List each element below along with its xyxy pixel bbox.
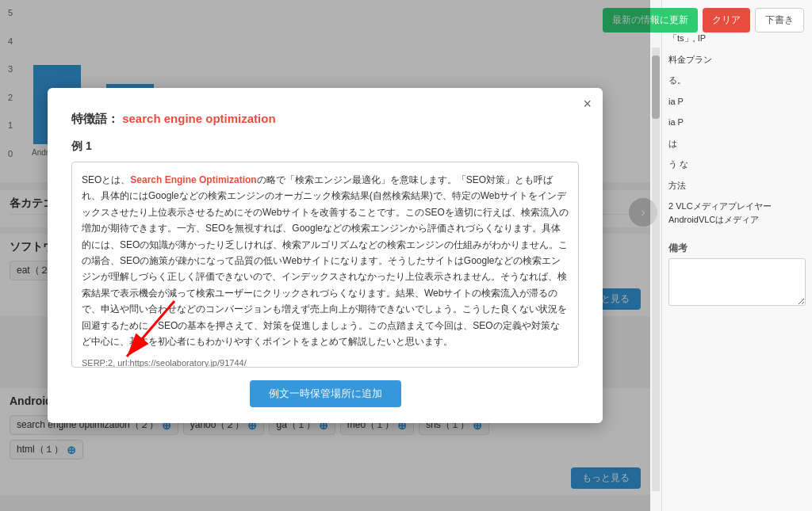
right-panel-text3: る。 xyxy=(668,74,806,87)
modal-text-box: SEOとは、Search Engine Optimizationの略で「検索エン… xyxy=(71,162,579,368)
modal-box: × 特徴語： search engine optimization 例 1 SE… xyxy=(48,88,603,423)
modal-close-button[interactable]: × xyxy=(583,96,592,112)
right-panel-text4: ia P xyxy=(668,95,806,109)
modal-text-after: の略で「検索エンジン最適化」を意味します。「SEO対策」とも呼ばれ、具体的にはG… xyxy=(82,174,569,347)
right-panel-text2: 料金プラン xyxy=(668,53,806,67)
right-panel: 「ts」, IP 料金プラン る。 ia P ia P は う な 方法 2 V… xyxy=(661,0,812,511)
scroll-thumb[interactable] xyxy=(652,55,660,119)
modal-keyword: search engine optimization xyxy=(122,112,275,125)
bikou-section: 備考 xyxy=(668,242,806,307)
modal-title-prefix: 特徴語： xyxy=(71,112,119,125)
right-panel-text8: 方法 xyxy=(668,179,806,193)
modal-url: SERP:2, url:https://seolaboratory.jp/917… xyxy=(82,356,569,368)
modal-example-title: 例 1 xyxy=(71,139,579,154)
clear-button[interactable]: クリア xyxy=(703,8,750,32)
bikou-label: 備考 xyxy=(668,242,806,255)
modal-highlight: Search Engine Optimization xyxy=(130,174,256,185)
right-panel-text6: は xyxy=(668,137,806,151)
right-panel-text7: う な xyxy=(668,158,806,171)
right-panel-text5: ia P xyxy=(668,116,806,129)
scrollbar[interactable] xyxy=(652,48,660,491)
bikou-input[interactable] xyxy=(668,258,806,306)
right-panel-text1: 「ts」, IP xyxy=(668,32,806,45)
right-panel-text9: 2 VLCメディアプレイヤー AndroidVLCはメディア xyxy=(668,200,806,226)
modal-title: 特徴語： search engine optimization xyxy=(71,112,579,127)
download-button[interactable]: 下書き xyxy=(755,8,804,32)
modal-add-button[interactable]: 例文一時保管場所に追加 xyxy=(250,380,401,407)
modal-overlay: × 特徴語： search engine optimization 例 1 SE… xyxy=(0,0,650,511)
modal-text-before: SEOとは、 xyxy=(82,174,130,185)
